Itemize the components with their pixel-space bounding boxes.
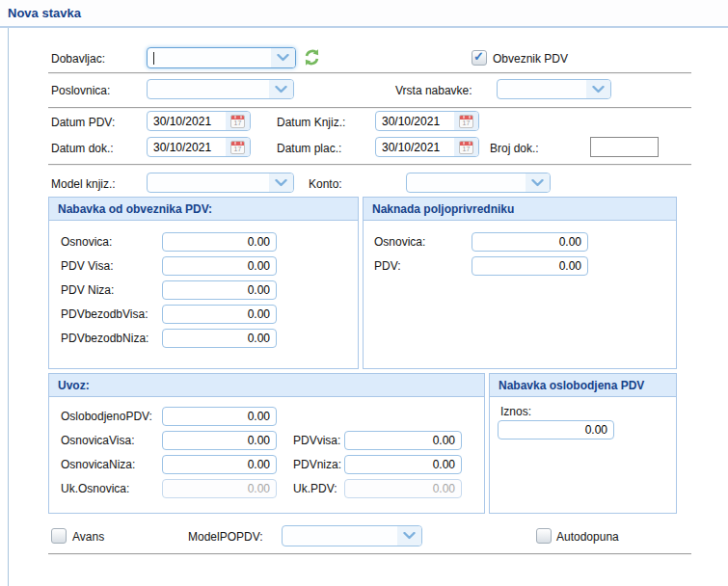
vrsta-nabavke-combobox[interactable]: [497, 79, 611, 99]
avans-label: Avans: [72, 530, 104, 544]
model-popdv-label: ModelPOPDV:: [188, 530, 263, 544]
page-title: Nova stavka: [8, 6, 81, 20]
field-label: OsnovicaVisa:: [61, 434, 134, 447]
osnovica-input[interactable]: [162, 232, 277, 252]
datum-dok-field[interactable]: 30/10/2021 17: [147, 137, 251, 157]
nova-stavka-window: Nova stavka Dobavljac: Obveznik PDV Posl…: [0, 0, 728, 586]
text-caret: [153, 52, 154, 65]
poslovnica-combobox[interactable]: [147, 79, 294, 99]
vrsta-nabavke-value: [498, 80, 586, 98]
field-label: Uk.Osnovica:: [61, 482, 129, 495]
dobavljac-label: Dobavljac:: [51, 52, 105, 66]
avans-checkbox[interactable]: [51, 528, 67, 544]
separator: [48, 553, 691, 555]
broj-dok-label: Broj dok.:: [490, 142, 539, 155]
calendar-icon[interactable]: 17: [454, 138, 478, 156]
chevron-down-icon[interactable]: [271, 48, 295, 67]
section-nabavka-oslobodjena: Nabavka oslobodjena PDV Iznos:: [489, 373, 677, 514]
chevron-down-icon[interactable]: [269, 173, 293, 192]
field-label: Osnovica:: [374, 235, 425, 249]
datum-dok-value: 30/10/2021: [148, 138, 226, 156]
datum-pdv-value: 30/10/2021: [148, 112, 226, 130]
naknada-osnovica-input[interactable]: [472, 232, 588, 252]
pdv-visa-input[interactable]: [162, 256, 277, 276]
obveznik-pdv-label: Obveznik PDV: [493, 52, 568, 66]
iznos-input[interactable]: [498, 420, 614, 440]
model-popdv-combobox[interactable]: [282, 525, 422, 546]
section-title: Naknada poljoprivredniku: [364, 198, 676, 221]
autodopuna-label: Autodopuna: [556, 530, 619, 544]
chevron-down-icon[interactable]: [269, 80, 293, 98]
konto-value: [407, 173, 526, 192]
calendar-icon[interactable]: 17: [226, 112, 250, 130]
panel-left-border: [8, 28, 9, 586]
osnovicaniza-input[interactable]: [162, 455, 277, 474]
chevron-down-icon[interactable]: [526, 173, 550, 192]
field-label: OsnovicaNiza:: [61, 458, 135, 471]
field-label: Osnovica:: [61, 235, 112, 249]
datum-dok-label: Datum dok.:: [51, 142, 114, 155]
datum-plac-field[interactable]: 30/10/2021 17: [375, 137, 479, 157]
uk-osnovica-input: [162, 479, 277, 498]
dobavljac-value: [148, 48, 271, 67]
datum-plac-label: Datum plac.:: [277, 142, 341, 155]
separator: [48, 107, 691, 109]
field-label: PDVbezodbNiza:: [61, 332, 148, 345]
iznos-label: Iznos:: [500, 405, 531, 418]
refresh-icon[interactable]: [303, 48, 321, 67]
uk-pdv-input: [344, 479, 462, 498]
field-label: PDVniza:: [293, 458, 341, 471]
datum-pdv-label: Datum PDV:: [51, 116, 115, 129]
autodopuna-checkbox[interactable]: [536, 528, 552, 544]
section-nabavka-od-obveznika: Nabavka od obveznika PDV: Osnovica: PDV …: [48, 197, 359, 369]
section-title: Uvoz:: [49, 374, 484, 397]
datum-knjiz-value: 30/10/2021: [376, 112, 454, 130]
field-label: PDVbezodbVisa:: [61, 307, 148, 321]
section-uvoz: Uvoz: OslobodjenoPDV: OsnovicaVisa: Osno…: [48, 373, 485, 514]
osnovicavisa-input[interactable]: [162, 431, 277, 450]
chevron-down-icon[interactable]: [397, 526, 421, 546]
obveznik-pdv-checkbox[interactable]: [472, 50, 487, 66]
oslobodjenopdv-input[interactable]: [162, 407, 277, 426]
window-header: Nova stavka: [0, 0, 728, 28]
datum-knjiz-field[interactable]: 30/10/2021 17: [375, 111, 479, 131]
section-title: Nabavka od obveznika PDV:: [49, 198, 358, 221]
konto-label: Konto:: [309, 177, 342, 191]
datum-pdv-field[interactable]: 30/10/2021 17: [147, 111, 251, 131]
field-label: PDVvisa:: [293, 434, 340, 447]
chevron-down-icon[interactable]: [586, 80, 610, 98]
section-naknada-poljoprivredniku: Naknada poljoprivredniku Osnovica: PDV:: [363, 197, 677, 369]
datum-knjiz-label: Datum Knjiz.:: [277, 116, 345, 129]
model-popdv-value: [283, 526, 397, 546]
field-label: PDV:: [374, 259, 401, 273]
vrsta-nabavke-label: Vrsta nabavke:: [395, 84, 472, 97]
field-label: Uk.PDV:: [293, 482, 337, 495]
konto-combobox[interactable]: [406, 173, 551, 193]
pdvbezodbvisa-input[interactable]: [162, 305, 277, 324]
model-knjiz-value: [148, 173, 269, 192]
separator: [48, 164, 691, 166]
section-title: Nabavka oslobodjena PDV: [490, 374, 676, 397]
pdvvisa-input[interactable]: [344, 431, 462, 450]
pdvniza-input[interactable]: [344, 455, 462, 474]
naknada-pdv-input[interactable]: [472, 256, 588, 276]
pdvbezodbniza-input[interactable]: [162, 329, 277, 348]
poslovnica-label: Poslovnica:: [51, 84, 110, 97]
pdv-niza-input[interactable]: [162, 280, 277, 300]
datum-plac-value: 30/10/2021: [376, 138, 454, 156]
calendar-icon[interactable]: 17: [454, 112, 478, 130]
model-knjiz-combobox[interactable]: [147, 173, 294, 193]
calendar-icon[interactable]: 17: [226, 138, 250, 156]
model-knjiz-label: Model knjiz.:: [51, 177, 116, 191]
field-label: PDV Niza:: [61, 283, 114, 297]
separator: [48, 72, 691, 74]
field-label: OslobodjenoPDV:: [61, 410, 152, 423]
broj-dok-input[interactable]: [590, 137, 659, 157]
poslovnica-value: [148, 80, 269, 98]
field-label: PDV Visa:: [61, 259, 113, 273]
dobavljac-combobox[interactable]: [147, 47, 296, 68]
